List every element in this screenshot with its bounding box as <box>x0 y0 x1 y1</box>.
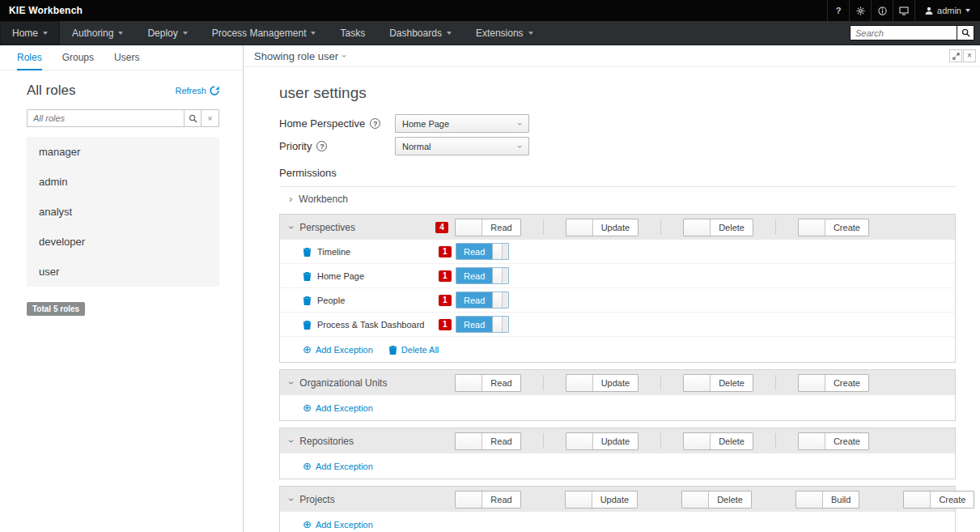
tab-roles[interactable]: Roles <box>17 45 42 70</box>
gear-icon <box>856 6 865 15</box>
toggle-knob <box>566 492 592 508</box>
badge-slot: 1 <box>439 295 456 306</box>
nav-item-label: Dashboards <box>389 28 442 39</box>
role-list-item[interactable]: developer <box>27 227 219 257</box>
toggle-label: Create <box>825 433 868 449</box>
nav-item-deploy[interactable]: Deploy <box>135 21 199 45</box>
role-name: developer <box>39 236 85 248</box>
home-perspective-value: Home Page <box>402 119 449 129</box>
permission-toggle-read-on[interactable]: Read <box>456 292 509 309</box>
permission-toggle-create[interactable]: Create <box>798 219 869 236</box>
delete-exception-button[interactable] <box>303 271 312 281</box>
expand-icon <box>952 53 960 60</box>
permission-toggle-delete[interactable]: Delete <box>683 219 753 236</box>
plus-circle-icon: ⊕ <box>303 461 312 471</box>
section-header-projects[interactable]: ›ProjectsReadUpdateDeleteBuildCreate <box>280 487 955 512</box>
permission-toggle-update[interactable]: Update <box>566 219 638 236</box>
nav-item-process-management[interactable]: Process Management <box>200 21 329 45</box>
permission-toggle-update[interactable]: Update <box>566 432 638 450</box>
refresh-button[interactable]: Refresh <box>175 86 219 96</box>
permission-toggle-create[interactable]: Create <box>798 432 869 450</box>
section-header-perspectives[interactable]: ›Perspectives4ReadUpdateDeleteCreate <box>280 215 955 240</box>
add-exception-link[interactable]: ⊕Add Exception <box>303 461 373 471</box>
user-icon <box>925 6 933 15</box>
toggle-track <box>503 244 508 259</box>
about-button[interactable] <box>871 0 893 21</box>
role-list-item[interactable]: analyst <box>27 197 219 227</box>
permission-toggle-read-on[interactable]: Read <box>456 267 509 284</box>
section-header-organizational-units[interactable]: ›Organizational UnitsReadUpdateDeleteCre… <box>280 370 955 395</box>
clear-search-button[interactable]: × <box>202 109 219 127</box>
delete-exception-button[interactable] <box>303 247 312 257</box>
exception-row: Timeline1Read <box>280 240 955 264</box>
permission-toggle-update[interactable]: Update <box>565 491 638 509</box>
role-list-item[interactable]: manager <box>27 137 219 167</box>
panel-header: Showing role user › × <box>244 45 980 67</box>
permission-toggle-update[interactable]: Update <box>566 374 638 392</box>
main-nav: HomeAuthoringDeployProcess ManagementTas… <box>0 21 980 45</box>
section-header-repositories[interactable]: ›RepositoriesReadUpdateDeleteCreate <box>280 428 955 453</box>
settings-button[interactable] <box>849 0 871 21</box>
toggle-label: Delete <box>709 492 751 508</box>
help-button[interactable]: ? <box>827 0 849 21</box>
sidebar-tabs: RolesGroupsUsers <box>0 45 243 70</box>
user-menu[interactable]: admin <box>914 0 980 21</box>
permission-toggle-delete[interactable]: Delete <box>683 432 753 450</box>
add-exception-link[interactable]: ⊕Add Exception <box>303 402 373 413</box>
section-title: Projects <box>299 494 435 505</box>
home-perspective-select[interactable]: Home Page › <box>395 114 529 133</box>
link-label: Add Exception <box>316 520 373 530</box>
toggle-label: Read <box>456 317 492 332</box>
delete-all-link[interactable]: Delete All <box>388 345 439 355</box>
permission-toggle-read[interactable]: Read <box>455 491 520 509</box>
permission-toggle-create[interactable]: Create <box>798 374 869 392</box>
nav-item-authoring[interactable]: Authoring <box>60 21 135 45</box>
tab-users[interactable]: Users <box>114 45 139 70</box>
role-list-item[interactable]: admin <box>27 167 219 197</box>
global-search-button[interactable] <box>957 25 974 40</box>
main-panel: Showing role user › × user settings Home… <box>244 45 980 532</box>
trash-icon <box>303 271 312 281</box>
tab-groups[interactable]: Groups <box>62 45 94 70</box>
close-button[interactable]: × <box>963 49 976 62</box>
priority-select[interactable]: Normal › <box>395 137 529 155</box>
permission-section-projects: ›ProjectsReadUpdateDeleteBuildCreate⊕Add… <box>279 486 956 532</box>
trash-icon <box>303 247 312 257</box>
chevron-down-icon <box>528 32 533 35</box>
topbar: KIE Workbench ? admin <box>0 0 980 21</box>
global-search-input[interactable] <box>850 25 957 40</box>
link-label: Add Exception <box>316 403 373 413</box>
permission-section-organizational-units: ›Organizational UnitsReadUpdateDeleteCre… <box>279 369 956 421</box>
permission-toggle-read-on[interactable]: Read <box>456 243 509 260</box>
add-exception-link[interactable]: ⊕Add Exception <box>303 344 373 355</box>
nav-item-extensions[interactable]: Extensions <box>464 21 545 45</box>
role-list: manageradminanalystdeveloperuser <box>27 137 219 287</box>
add-exception-link[interactable]: ⊕Add Exception <box>303 519 373 530</box>
maximize-button[interactable] <box>949 49 962 62</box>
apps-button[interactable] <box>893 0 914 21</box>
permission-toggle-delete[interactable]: Delete <box>681 491 752 509</box>
panel-title-wrap[interactable]: Showing role user › <box>254 50 346 62</box>
toggle-track <box>503 317 508 332</box>
toggle-knob <box>492 244 503 259</box>
role-list-item[interactable]: user <box>27 257 219 287</box>
permission-toggle-build[interactable]: Build <box>795 491 859 509</box>
role-search-input[interactable] <box>27 109 184 127</box>
link-label: Add Exception <box>316 345 373 355</box>
permission-toggle-delete[interactable]: Delete <box>683 374 753 392</box>
workbench-section-toggle[interactable]: › Workbench <box>279 186 956 211</box>
permission-toggle-read[interactable]: Read <box>455 219 520 236</box>
permission-toggle-read-on[interactable]: Read <box>456 316 509 333</box>
toggle-label: Read <box>456 268 492 283</box>
delete-exception-button[interactable] <box>303 320 312 330</box>
delete-exception-button[interactable] <box>303 296 312 305</box>
role-search-button[interactable] <box>184 109 202 127</box>
nav-item-home[interactable]: Home <box>0 21 60 45</box>
help-icon: ? <box>370 118 380 129</box>
nav-item-dashboards[interactable]: Dashboards <box>377 21 464 45</box>
permission-toggle-read[interactable]: Read <box>455 432 520 450</box>
nav-item-tasks[interactable]: Tasks <box>328 21 377 45</box>
divider <box>660 375 661 390</box>
permission-toggle-create[interactable]: Create <box>903 491 974 509</box>
permission-toggle-read[interactable]: Read <box>455 374 520 392</box>
